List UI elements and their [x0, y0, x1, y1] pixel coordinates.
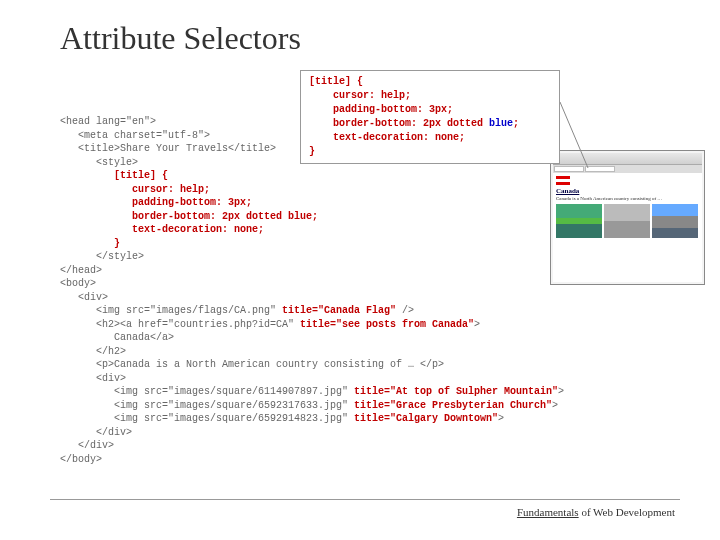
code-line-part: />: [396, 305, 414, 316]
code-line: </div>: [60, 427, 132, 438]
code-line: <body>: [60, 278, 96, 289]
code-line-part: <img src="images/square/6592914823.jpg": [60, 413, 354, 424]
callout-prop-cursor: cursor: help;: [333, 90, 411, 101]
code-line-prop: padding-bottom: 3px;: [60, 197, 252, 208]
code-line-close: }: [60, 238, 120, 249]
code-line: </style>: [60, 251, 144, 262]
callout-prop-border-a: border-bottom: 2px dotted: [333, 118, 489, 129]
footer-divider: [50, 499, 680, 500]
code-line-part: <h2><a href="countries.php?id=CA": [60, 319, 300, 330]
callout-close: }: [309, 146, 315, 157]
code-attr-title: title="At top of Sulpher Mountain": [354, 386, 558, 397]
slide: Attribute Selectors [title] { cursor: he…: [0, 0, 720, 540]
code-line: </head>: [60, 265, 102, 276]
css-callout: [title] { cursor: help; padding-bottom: …: [300, 70, 560, 164]
thumb-mountain: [556, 204, 602, 238]
code-line-part: <img src="images/square/6592317633.jpg": [60, 400, 354, 411]
code-line: <p>Canada is a North American country co…: [60, 359, 444, 370]
code-line-part: <img src="images/square/6114907897.jpg": [60, 386, 354, 397]
svg-line-0: [560, 102, 588, 168]
code-line-part: >: [558, 386, 564, 397]
browser-heading: Canada: [556, 187, 699, 195]
code-line-selector: [title] {: [60, 170, 168, 181]
callout-prop-textdec: text-decoration: none;: [333, 132, 465, 143]
callout-prop-border-b: blue: [489, 118, 513, 129]
code-line-part: >: [498, 413, 504, 424]
thumbnail-row: [556, 204, 699, 238]
callout-selector: [title] {: [309, 76, 363, 87]
thumb-church: [604, 204, 650, 238]
code-line-prop: border-bottom: 2px dotted blue;: [60, 211, 318, 222]
code-attr-title: title="Canada Flag": [282, 305, 396, 316]
code-line-prop: cursor: help;: [60, 184, 210, 195]
code-line: <div>: [60, 373, 126, 384]
code-line: </body>: [60, 454, 102, 465]
footer-attribution: Fundamentals of Web Development: [517, 506, 675, 518]
footer-underlined: Fundamentals: [517, 506, 579, 518]
callout-connector: [560, 102, 590, 170]
code-line-part: >: [474, 319, 480, 330]
footer-rest: of Web Development: [579, 506, 675, 518]
code-line: Canada</a>: [60, 332, 174, 343]
callout-prop-border-c: ;: [513, 118, 519, 129]
slide-title: Attribute Selectors: [60, 20, 670, 57]
browser-para: Canada is a North American country consi…: [556, 196, 699, 202]
code-attr-title: title="Calgary Downtown": [354, 413, 498, 424]
code-line: <div>: [60, 292, 108, 303]
code-line: <title>Share Your Travels</title>: [60, 143, 276, 154]
browser-viewport: Canada Canada is a North American countr…: [553, 173, 702, 282]
browser-preview: Canada Canada is a North American countr…: [550, 150, 705, 285]
canada-flag-icon: [556, 176, 570, 185]
code-line-prop: text-decoration: none;: [60, 224, 264, 235]
thumb-downtown: [652, 204, 698, 238]
code-line: <style>: [60, 157, 138, 168]
code-line: </div>: [60, 440, 114, 451]
callout-prop-padding: padding-bottom: 3px;: [333, 104, 453, 115]
code-line-part: <img src="images/flags/CA.png": [60, 305, 282, 316]
code-line: <meta charset="utf-8">: [60, 130, 210, 141]
code-line-part: >: [552, 400, 558, 411]
code-attr-title: title="Grace Presbyterian Church": [354, 400, 552, 411]
code-line: <head lang="en">: [60, 116, 156, 127]
code-attr-title: title="see posts from Canada": [300, 319, 474, 330]
code-line: </h2>: [60, 346, 126, 357]
